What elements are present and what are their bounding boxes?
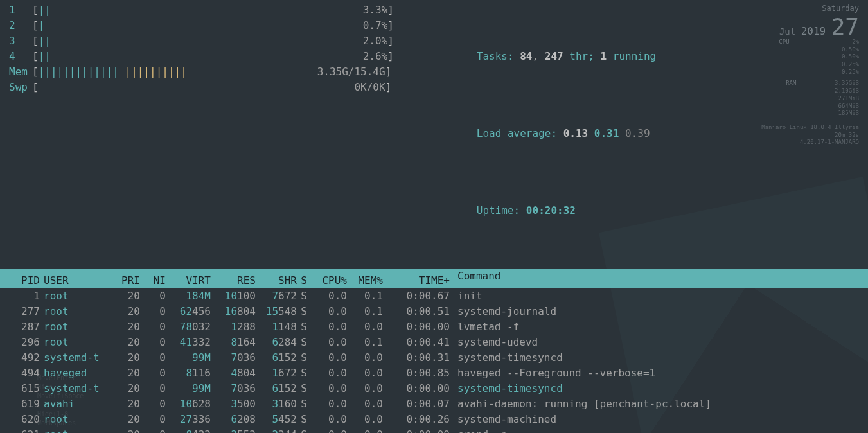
swap-meter: Swp[0K/0K] xyxy=(9,80,420,95)
process-row[interactable]: 619avahi2001062835003160S0.00.00:00.07av… xyxy=(9,396,868,412)
cpu-meter-3: 3[||2.0%] xyxy=(9,33,420,49)
tasks-line: Tasks: 84, 247 thr; 1 running xyxy=(439,33,656,80)
cpu-meter-1: 1[||3.3%] xyxy=(9,3,420,18)
conky-system-widget: CPU 2%0.50%0.50%0.25%0.25%RAM 3.35GiB2.1… xyxy=(761,39,859,146)
process-row[interactable]: 615systemd-t20099M70366152S0.00.00:00.00… xyxy=(9,381,868,396)
process-row[interactable]: 287root2007803212881148S0.00.00:00.00lvm… xyxy=(9,319,868,335)
process-row[interactable]: 620root2002733662085452S0.00.00:00.26sys… xyxy=(9,412,868,427)
process-list[interactable]: 1root200184M101007672S0.00.10:00.67init2… xyxy=(0,288,868,433)
process-row[interactable]: 296root2004133281646284S0.00.10:00.41sys… xyxy=(9,335,868,350)
stats-panel: Tasks: 84, 247 thr; 1 running Load avera… xyxy=(439,3,656,265)
process-row[interactable]: 494haveged200811648041672S0.00.00:00.85h… xyxy=(9,366,868,381)
process-row[interactable]: 621root200843225522244S0.00.00:00.00cron… xyxy=(9,427,868,433)
background-help-text: Move+Enter Hide Move+f+Space Hide+1-8 Wo… xyxy=(37,374,84,428)
process-row[interactable]: 277root200624561680415548S0.00.10:00.51s… xyxy=(9,304,868,319)
load-line: Load average: 0.13 0.31 0.39 xyxy=(439,110,656,157)
htop-header: 1[||3.3%]2[|0.7%]3[||2.0%]4[||2.6%]Mem[|… xyxy=(0,0,868,269)
process-row[interactable]: 1root200184M101007672S0.00.10:00.67init xyxy=(9,288,868,304)
uptime-line: Uptime: 00:20:32 xyxy=(439,188,656,234)
process-header[interactable]: PIDUSERPRINIVIRTRESSHRSCPU%MEM%TIME+Comm… xyxy=(0,269,868,288)
meters-panel: 1[||3.3%]2[|0.7%]3[||2.0%]4[||2.6%]Mem[|… xyxy=(9,3,420,265)
cpu-meter-4: 4[||2.6%] xyxy=(9,49,420,64)
memory-meter: Mem[||||||||||||| ||||||||||3.35G/15.4G] xyxy=(9,64,420,80)
cpu-meter-2: 2[|0.7%] xyxy=(9,18,420,33)
process-row[interactable]: 492systemd-t20099M70366152S0.00.00:00.31… xyxy=(9,350,868,366)
conky-clock-widget: Saturday Jul 2019 27 xyxy=(779,4,859,41)
